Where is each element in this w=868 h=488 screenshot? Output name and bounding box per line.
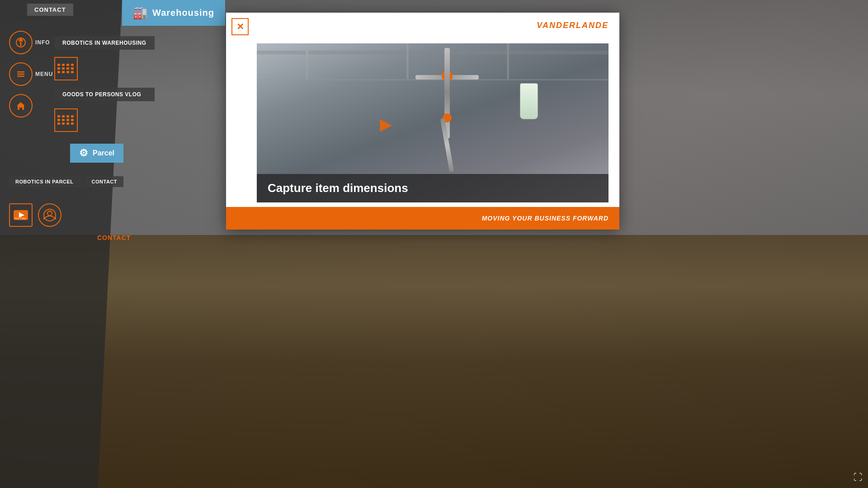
support-icon[interactable] xyxy=(38,203,61,227)
svg-rect-7 xyxy=(17,76,24,77)
modal-overlay: ✕ VANDERLANDE ▶ xyxy=(226,13,619,230)
bottom-contact-label: CONTACT xyxy=(97,234,131,241)
warehousing-label: Warehousing xyxy=(152,8,214,18)
background-floor xyxy=(0,235,868,488)
svg-point-3 xyxy=(19,41,20,42)
footer-text: MOVING YOUR BUSINESS FORWARD xyxy=(482,215,609,222)
robot-arm-sim xyxy=(411,48,483,183)
goods-persons-button[interactable]: GOODS TO PERSONS VLOG xyxy=(54,88,155,101)
video-caption: Capture item dimensions xyxy=(257,174,609,202)
svg-rect-1 xyxy=(20,42,22,46)
modal-video-area: ▶ Capture item dimensions xyxy=(257,43,609,202)
grid-icon-2[interactable] xyxy=(54,108,78,132)
product-bottle xyxy=(520,83,538,119)
info-label: INFO xyxy=(35,39,50,46)
menu-icon[interactable] xyxy=(9,62,33,86)
bottom-btn-row-1: ROBOTICS IN PARCEL CONTACT xyxy=(9,176,123,187)
grid-icon-1[interactable] xyxy=(54,57,78,80)
svg-point-4 xyxy=(21,41,23,42)
parcel-label: Parcel xyxy=(93,149,114,157)
video-caption-text: Capture item dimensions xyxy=(268,181,408,195)
svg-text:Tube: Tube xyxy=(20,217,26,220)
svg-text:You: You xyxy=(14,217,19,220)
side-menu-items: ROBOTICS IN WAREHOUSING GOODS TO PERSONS… xyxy=(54,36,155,132)
home-icon[interactable] xyxy=(9,94,33,117)
parcel-tab[interactable]: ⚙ Parcel xyxy=(70,144,123,163)
logo-text: VANDERLANDE xyxy=(537,21,609,30)
warehousing-icon: 🏭 xyxy=(133,6,148,20)
svg-rect-6 xyxy=(17,74,24,75)
menu-label: MENU xyxy=(35,71,53,77)
modal-close-button[interactable]: ✕ xyxy=(231,18,249,35)
info-icon[interactable] xyxy=(9,31,33,54)
modal-footer: MOVING YOUR BUSINESS FORWARD xyxy=(226,207,619,230)
bottom-btn-row-2: You Tube xyxy=(9,203,123,227)
robotics-parcel-button[interactable]: ROBOTICS IN PARCEL xyxy=(9,176,80,187)
warehousing-tab[interactable]: 🏭 Warehousing xyxy=(122,0,225,26)
svg-rect-5 xyxy=(17,71,24,73)
grid-dots-2 xyxy=(57,115,75,125)
bottom-sidebar: ROBOTICS IN PARCEL CONTACT You Tube xyxy=(9,176,123,227)
grid-dots-1 xyxy=(57,64,75,74)
contact-parcel-button[interactable]: CONTACT xyxy=(85,176,123,187)
modal-logo: VANDERLANDE xyxy=(537,21,609,30)
parcel-icon: ⚙ xyxy=(79,147,88,159)
fullscreen-icon[interactable]: ⛶ xyxy=(854,472,863,483)
contact-button[interactable]: CONTACT xyxy=(27,4,73,16)
youtube-icon[interactable]: You Tube xyxy=(9,203,33,227)
video-arrow: ▶ xyxy=(380,115,392,134)
robotics-warehousing-button[interactable]: ROBOTICS IN WAREHOUSING xyxy=(54,36,155,50)
